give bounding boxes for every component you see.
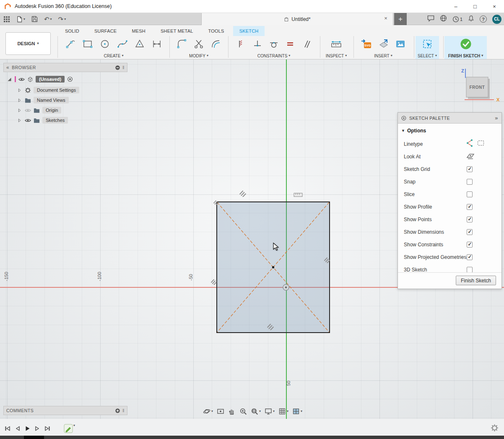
- fillet-icon[interactable]: [177, 39, 187, 49]
- document-root-label[interactable]: (Unsaved): [36, 76, 65, 83]
- expand-arrow-icon[interactable]: [17, 98, 22, 103]
- slice-checkbox[interactable]: [467, 191, 473, 197]
- browser-panel-header[interactable]: « BROWSER ‖: [3, 63, 127, 72]
- canvas-image-icon[interactable]: [395, 39, 406, 49]
- caret-down-icon[interactable]: ▾: [73, 424, 75, 427]
- horizontal-constraint-badge[interactable]: [294, 193, 303, 197]
- spline-icon[interactable]: [117, 39, 128, 49]
- normal-linetype-icon[interactable]: [465, 139, 473, 147]
- minimize-button[interactable]: –: [446, 0, 465, 13]
- expand-arrow-icon[interactable]: [17, 118, 22, 123]
- undo-button[interactable]: ↶▾: [44, 15, 52, 23]
- comments-panel-header[interactable]: COMMENTS ‖: [3, 406, 127, 415]
- polygon-icon[interactable]: [134, 39, 145, 49]
- timeline-play-button[interactable]: [24, 425, 31, 432]
- measure-icon[interactable]: [330, 39, 342, 49]
- grid-snaps-button[interactable]: ▾: [278, 408, 288, 415]
- workspace-selector[interactable]: DESIGN▾: [5, 32, 51, 55]
- expand-arrow-icon[interactable]: [17, 88, 22, 93]
- sketch-profile[interactable]: [216, 201, 330, 333]
- save-button[interactable]: [31, 16, 38, 22]
- sketch-palette-header[interactable]: SKETCH PALETTE »: [398, 113, 501, 124]
- insert-mesh-icon[interactable]: [378, 39, 389, 49]
- look-at-button[interactable]: [466, 152, 475, 161]
- display-settings-button[interactable]: ▾: [265, 408, 275, 415]
- browser-item-named-views[interactable]: Named Views: [17, 96, 69, 105]
- orbit-button[interactable]: ▾: [203, 408, 213, 415]
- timeline-step-forward-button[interactable]: [34, 425, 40, 432]
- create-menu[interactable]: CREATE▾: [59, 53, 169, 59]
- viewports-button[interactable]: ▾: [292, 408, 302, 415]
- panel-handle-icon[interactable]: ‖: [122, 408, 125, 413]
- document-tab[interactable]: Untitled* ×: [201, 13, 393, 25]
- user-avatar[interactable]: CL: [492, 15, 501, 24]
- center-sketch-point[interactable]: [272, 266, 274, 268]
- show-profile-checkbox[interactable]: [467, 204, 473, 210]
- offset-icon[interactable]: [210, 39, 221, 49]
- browser-item-sketches[interactable]: Sketches: [17, 116, 68, 125]
- dock-panel-icon[interactable]: »: [495, 115, 498, 121]
- look-at-nav-button[interactable]: [217, 408, 224, 415]
- tab-solid[interactable]: SOLID: [59, 26, 86, 36]
- add-comment-icon[interactable]: [115, 408, 120, 413]
- notification-center[interactable]: 1: [452, 16, 462, 23]
- constraints-menu[interactable]: CONSTRAINTS▾: [229, 53, 319, 59]
- show-points-checkbox[interactable]: [467, 217, 473, 222]
- select-icon[interactable]: [422, 39, 433, 49]
- timeline-skip-start-button[interactable]: [4, 425, 11, 432]
- tab-sketch[interactable]: SKETCH: [233, 26, 265, 36]
- parallel-constraint-badge[interactable]: [239, 189, 247, 197]
- browser-item-label[interactable]: Document Settings: [34, 87, 79, 93]
- bell-icon[interactable]: [468, 15, 474, 23]
- line-icon[interactable]: [65, 39, 76, 49]
- trim-icon[interactable]: [193, 39, 204, 49]
- parallel-constraint-icon[interactable]: [302, 39, 312, 49]
- timeline-step-back-button[interactable]: [15, 425, 21, 432]
- collapse-panel-icon[interactable]: «: [6, 65, 9, 70]
- browser-item-origin[interactable]: Origin: [17, 106, 61, 115]
- maximize-button[interactable]: □: [465, 0, 485, 13]
- document-tab-close-icon[interactable]: ×: [382, 15, 390, 21]
- browser-item-label[interactable]: Sketches: [42, 117, 68, 124]
- new-tab-button[interactable]: +: [394, 13, 407, 25]
- visibility-eye-icon[interactable]: [18, 76, 25, 83]
- options-section-header[interactable]: ▼ Options: [398, 124, 501, 138]
- activate-radio-icon[interactable]: [67, 76, 73, 82]
- insert-svg-icon[interactable]: SVG: [361, 39, 372, 49]
- preferences-gear-icon[interactable]: [491, 424, 499, 432]
- redo-button[interactable]: ↷▾: [58, 15, 66, 23]
- insert-menu[interactable]: INSERT▾: [355, 53, 412, 59]
- parallel-constraint-badge[interactable]: [213, 199, 219, 205]
- finish-sketch-button[interactable]: FINISH SKETCH▾: [444, 53, 487, 59]
- pan-button[interactable]: [228, 408, 236, 415]
- parallel-constraint-badge[interactable]: [324, 256, 330, 263]
- rectangle-icon[interactable]: [82, 39, 93, 49]
- visibility-eye-icon[interactable]: [25, 107, 31, 114]
- app-grid-icon[interactable]: [3, 16, 10, 23]
- help-icon[interactable]: ?: [480, 15, 487, 23]
- tab-surface[interactable]: SURFACE: [88, 26, 123, 36]
- horizontal-vertical-constraint-icon[interactable]: [236, 39, 245, 49]
- origin-point[interactable]: [282, 283, 290, 292]
- finish-sketch-palette-button[interactable]: Finish Sketch: [456, 276, 496, 285]
- snap-checkbox[interactable]: [467, 179, 473, 185]
- select-menu[interactable]: SELECT▾: [416, 53, 439, 59]
- remove-panel-icon[interactable]: [115, 65, 120, 70]
- extensions-globe-icon[interactable]: [440, 15, 447, 23]
- circle-icon[interactable]: [99, 39, 110, 49]
- show-constraints-checkbox[interactable]: [467, 242, 473, 248]
- close-button[interactable]: ×: [485, 0, 504, 13]
- construction-linetype-icon[interactable]: [477, 139, 485, 147]
- sketch-feature-icon[interactable]: [64, 424, 73, 433]
- panel-handle-icon[interactable]: ‖: [122, 65, 125, 70]
- job-status-icon[interactable]: [427, 15, 434, 23]
- inspect-menu[interactable]: INSPECT▾: [321, 53, 351, 59]
- modify-menu[interactable]: MODIFY▾: [170, 53, 227, 59]
- finish-sketch-icon[interactable]: [460, 38, 472, 50]
- visibility-eye-icon[interactable]: [25, 117, 31, 124]
- browser-item-label[interactable]: Named Views: [34, 97, 69, 103]
- file-menu-button[interactable]: ▾: [16, 16, 25, 23]
- sketch-grid-checkbox[interactable]: [467, 166, 473, 172]
- show-projected-geometries-checkbox[interactable]: [467, 254, 473, 260]
- tab-mesh[interactable]: MESH: [125, 26, 152, 36]
